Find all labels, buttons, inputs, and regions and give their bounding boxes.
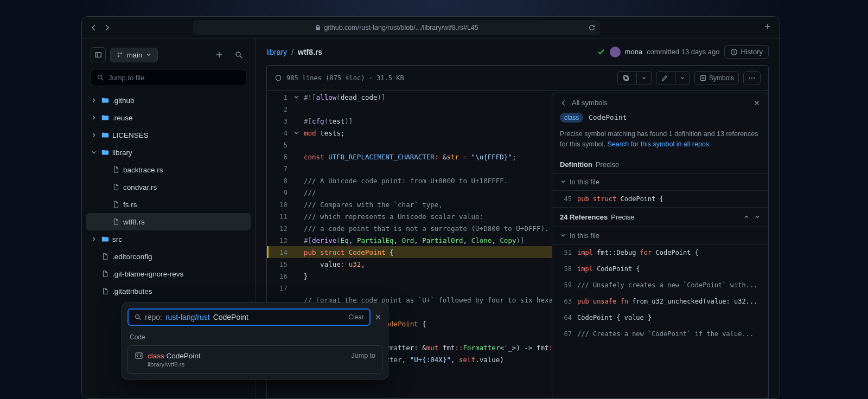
back-arrow-icon[interactable] (560, 99, 567, 107)
symbol-description: Precise symbol matching has found 1 defi… (552, 127, 768, 156)
definition-row[interactable]: 45 pub struct CodePoint { (552, 191, 768, 207)
jump-to-file-input[interactable]: Jump to file (91, 69, 246, 86)
avatar[interactable] (610, 47, 621, 57)
committer-name[interactable]: mona (625, 48, 643, 56)
breadcrumb-file: wtf8.rs (298, 48, 322, 56)
svg-point-10 (751, 78, 752, 79)
search-query: CodePoint (213, 313, 248, 321)
svg-point-2 (236, 52, 240, 56)
definition-code: pub struct CodePoint { (577, 195, 663, 203)
url-bar[interactable]: github.com/rust-lang/rust/blob/.../libra… (193, 20, 600, 35)
search-tree-button[interactable] (231, 47, 246, 62)
pencil-icon (661, 74, 668, 82)
nav-forward-icon[interactable] (103, 23, 111, 32)
add-file-button[interactable] (212, 47, 227, 62)
more-button[interactable] (743, 71, 761, 85)
tree-folder[interactable]: src (86, 230, 251, 248)
tree-file[interactable]: condvar.rs (86, 178, 251, 196)
tree-file[interactable]: .editorconfig (86, 248, 251, 265)
history-icon (730, 48, 738, 56)
search-icon (234, 50, 243, 59)
breadcrumb-root[interactable]: library (266, 48, 287, 56)
reference-row[interactable]: 51impl fmt::Debug for CodePoint { (552, 244, 768, 261)
shield-icon (275, 74, 282, 82)
tree-folder[interactable]: .github (86, 92, 251, 109)
reference-row[interactable]: 64CodePoint { value } (552, 310, 768, 326)
symbols-label: Symbols (709, 74, 734, 82)
code-square-icon (135, 351, 143, 360)
tree-file[interactable]: fs.rs (86, 196, 251, 213)
search-icon (97, 74, 104, 81)
edit-button-group[interactable] (656, 71, 690, 85)
svg-point-8 (702, 77, 704, 79)
check-icon (597, 48, 605, 56)
committed-text: committed 13 days ago (647, 48, 719, 56)
tree-folder[interactable]: LICENSES (86, 126, 251, 144)
next-ref-icon[interactable] (754, 214, 761, 220)
reference-row[interactable]: 63pub unsafe fn from_u32_unchecked(value… (552, 293, 768, 310)
commit-meta: mona committed 13 days ago History (597, 45, 769, 59)
new-tab-button[interactable] (763, 22, 772, 33)
symbols-icon (699, 74, 707, 82)
symbol-kind-badge: class (560, 113, 583, 123)
tree-file[interactable]: backtrace.rs (86, 161, 251, 178)
branch-name: main (127, 51, 142, 59)
precise-tag: Precise (611, 213, 634, 221)
references-file-toggle[interactable]: In this file (552, 227, 768, 244)
blob-toolbar: 985 lines (875 sloc) · 31.5 KB Symbols (266, 65, 769, 91)
reference-row[interactable]: 58impl CodePoint { (552, 261, 768, 277)
chevron-down-icon (560, 178, 566, 185)
lock-icon (315, 24, 321, 31)
nav-back-icon[interactable] (90, 23, 98, 32)
reference-row[interactable]: 59/// Unsafely creates a new `CodePoint`… (552, 277, 768, 293)
jump-placeholder: Jump to file (108, 74, 144, 82)
history-label: History (741, 48, 763, 56)
all-symbols-link[interactable]: All symbols (572, 99, 608, 107)
result-path: library/wtf8.rs (148, 361, 375, 368)
definition-file-toggle[interactable]: In this file (552, 173, 768, 191)
close-icon[interactable] (374, 313, 382, 321)
chevron-down-icon (145, 52, 152, 58)
precise-tag: Precise (596, 160, 619, 169)
references-list: 51impl fmt::Debug for CodePoint {58impl … (552, 244, 768, 342)
reference-row[interactable]: 67/// Creates a new `CodePoint` if the v… (552, 326, 768, 342)
copy-button-group[interactable] (617, 71, 652, 85)
history-button[interactable]: History (724, 45, 769, 59)
tree-folder[interactable]: library (86, 144, 251, 161)
refresh-icon[interactable] (588, 24, 596, 31)
svg-point-11 (754, 78, 755, 79)
svg-rect-6 (624, 76, 628, 80)
tree-file[interactable]: .git-blame-ignore-revs (86, 265, 251, 282)
search-popup: repo:rust-lang/rust CodePoint Clear Code… (122, 303, 388, 379)
symbols-button[interactable]: Symbols (694, 71, 739, 85)
svg-rect-7 (701, 76, 706, 81)
search-input[interactable]: repo:rust-lang/rust CodePoint Clear (127, 308, 371, 326)
tree-file[interactable]: wtf8.rs (86, 213, 251, 230)
search-repo-label: repo: (145, 313, 162, 321)
jump-to-label: Jump to (352, 352, 375, 359)
search-all-repos-link[interactable]: Search for this symbol in all repos. (608, 140, 711, 148)
search-result[interactable]: class CodePoint Jump to library/wtf8.rs (127, 345, 382, 374)
search-clear[interactable]: Clear (348, 313, 364, 321)
symbol-name: CodePoint (589, 113, 627, 121)
tree-file[interactable]: .gitattributes (86, 282, 251, 300)
plus-icon (215, 50, 224, 59)
kebab-icon (748, 74, 756, 82)
titlebar: github.com/rust-lang/rust/blob/.../libra… (82, 17, 780, 38)
nav-arrows (90, 23, 111, 32)
svg-point-3 (98, 75, 102, 79)
search-section-label: Code (122, 331, 388, 345)
chevron-down-icon (680, 75, 685, 81)
search-icon (134, 313, 142, 321)
search-repo-value: rust-lang/rust (165, 313, 210, 321)
tree-folder[interactable]: .reuse (86, 109, 251, 126)
branch-selector[interactable]: main (110, 48, 158, 62)
svg-rect-5 (624, 76, 628, 80)
breadcrumb-sep: / (291, 48, 293, 56)
close-icon[interactable] (753, 99, 761, 107)
panel-toggle-button[interactable] (91, 47, 106, 62)
svg-point-12 (136, 315, 139, 319)
file-header: library / wtf8.rs mona committed 13 days… (256, 38, 780, 65)
prev-ref-icon[interactable] (743, 214, 750, 220)
symbols-panel: All symbols class CodePoint Precise symb… (552, 93, 769, 398)
